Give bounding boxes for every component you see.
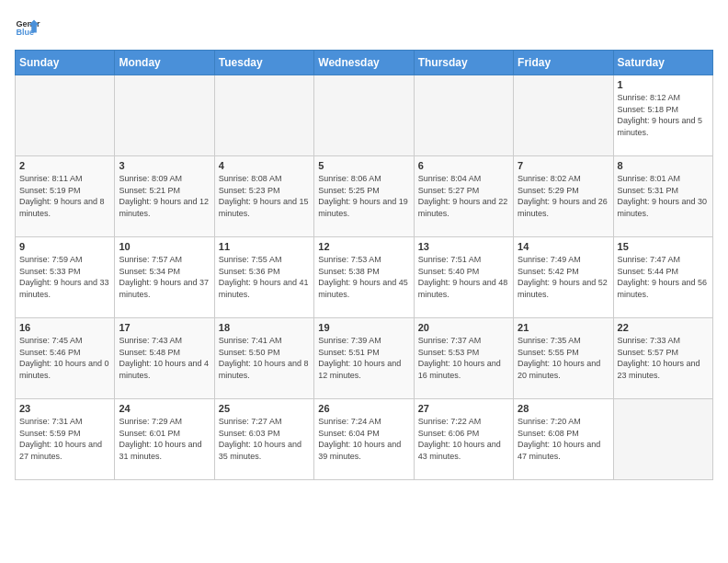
day-info: Sunrise: 7:24 AM Sunset: 6:04 PM Dayligh… [318,416,409,462]
day-info: Sunrise: 7:39 AM Sunset: 5:51 PM Dayligh… [318,335,409,381]
calendar-cell: 8Sunrise: 8:01 AM Sunset: 5:31 PM Daylig… [613,156,712,237]
day-info: Sunrise: 7:47 AM Sunset: 5:44 PM Dayligh… [618,254,709,300]
calendar-cell: 26Sunrise: 7:24 AM Sunset: 6:04 PM Dayli… [314,399,414,480]
calendar-cell: 17Sunrise: 7:43 AM Sunset: 5:48 PM Dayli… [115,318,214,399]
calendar-cell: 7Sunrise: 8:02 AM Sunset: 5:29 PM Daylig… [514,156,613,237]
calendar-cell [314,75,414,156]
week-row-3: 9Sunrise: 7:59 AM Sunset: 5:33 PM Daylig… [16,237,713,318]
day-number: 13 [418,241,509,252]
day-number: 6 [418,160,509,171]
day-info: Sunrise: 7:43 AM Sunset: 5:48 PM Dayligh… [119,335,210,381]
day-info: Sunrise: 7:57 AM Sunset: 5:34 PM Dayligh… [119,254,210,300]
day-number: 20 [418,322,509,333]
calendar-cell: 12Sunrise: 7:53 AM Sunset: 5:38 PM Dayli… [314,237,414,318]
calendar-cell [214,75,313,156]
day-info: Sunrise: 7:27 AM Sunset: 6:03 PM Dayligh… [219,416,310,462]
day-number: 14 [518,241,609,252]
calendar-cell: 21Sunrise: 7:35 AM Sunset: 5:55 PM Dayli… [514,318,613,399]
calendar-cell: 6Sunrise: 8:04 AM Sunset: 5:27 PM Daylig… [414,156,513,237]
day-info: Sunrise: 7:49 AM Sunset: 5:42 PM Dayligh… [518,254,609,300]
calendar-cell: 24Sunrise: 7:29 AM Sunset: 6:01 PM Dayli… [115,399,214,480]
week-row-1: 1Sunrise: 8:12 AM Sunset: 5:18 PM Daylig… [16,75,713,156]
day-info: Sunrise: 7:20 AM Sunset: 6:08 PM Dayligh… [518,416,609,462]
week-row-2: 2Sunrise: 8:11 AM Sunset: 5:19 PM Daylig… [16,156,713,237]
day-number: 10 [119,241,210,252]
day-number: 1 [618,79,709,90]
week-row-4: 16Sunrise: 7:45 AM Sunset: 5:46 PM Dayli… [16,318,713,399]
day-number: 16 [19,322,110,333]
day-info: Sunrise: 7:31 AM Sunset: 5:59 PM Dayligh… [19,416,110,462]
day-number: 18 [219,322,310,333]
weekday-header-tuesday: Tuesday [214,51,313,75]
day-info: Sunrise: 8:02 AM Sunset: 5:29 PM Dayligh… [518,173,609,219]
weekday-header-row: SundayMondayTuesdayWednesdayThursdayFrid… [16,51,713,75]
day-number: 3 [119,160,210,171]
day-number: 19 [318,322,409,333]
calendar-cell: 15Sunrise: 7:47 AM Sunset: 5:44 PM Dayli… [613,237,712,318]
day-info: Sunrise: 7:37 AM Sunset: 5:53 PM Dayligh… [418,335,509,381]
day-info: Sunrise: 8:09 AM Sunset: 5:21 PM Dayligh… [119,173,210,219]
calendar-cell [414,75,513,156]
calendar-cell: 18Sunrise: 7:41 AM Sunset: 5:50 PM Dayli… [214,318,313,399]
day-info: Sunrise: 7:55 AM Sunset: 5:36 PM Dayligh… [219,254,310,300]
day-number: 15 [618,241,709,252]
weekday-header-sunday: Sunday [16,51,115,75]
calendar-cell [514,75,613,156]
day-info: Sunrise: 7:45 AM Sunset: 5:46 PM Dayligh… [19,335,110,381]
day-info: Sunrise: 7:22 AM Sunset: 6:06 PM Dayligh… [418,416,509,462]
calendar-cell: 4Sunrise: 8:08 AM Sunset: 5:23 PM Daylig… [214,156,313,237]
calendar-cell [115,75,214,156]
calendar-cell: 10Sunrise: 7:57 AM Sunset: 5:34 PM Dayli… [115,237,214,318]
weekday-header-monday: Monday [115,51,214,75]
svg-text:Blue: Blue [16,28,34,37]
calendar-cell [16,75,115,156]
calendar-cell: 11Sunrise: 7:55 AM Sunset: 5:36 PM Dayli… [214,237,313,318]
calendar-table: SundayMondayTuesdayWednesdayThursdayFrid… [15,50,713,480]
calendar-cell: 14Sunrise: 7:49 AM Sunset: 5:42 PM Dayli… [514,237,613,318]
day-number: 9 [19,241,110,252]
day-number: 5 [318,160,409,171]
day-info: Sunrise: 8:12 AM Sunset: 5:18 PM Dayligh… [618,92,709,138]
day-number: 28 [518,403,609,414]
day-number: 12 [318,241,409,252]
calendar-cell: 1Sunrise: 8:12 AM Sunset: 5:18 PM Daylig… [613,75,712,156]
calendar-cell: 16Sunrise: 7:45 AM Sunset: 5:46 PM Dayli… [16,318,115,399]
calendar-cell: 27Sunrise: 7:22 AM Sunset: 6:06 PM Dayli… [414,399,513,480]
calendar-cell: 3Sunrise: 8:09 AM Sunset: 5:21 PM Daylig… [115,156,214,237]
day-info: Sunrise: 7:59 AM Sunset: 5:33 PM Dayligh… [19,254,110,300]
day-info: Sunrise: 7:41 AM Sunset: 5:50 PM Dayligh… [219,335,310,381]
calendar-cell [613,399,712,480]
calendar-cell: 2Sunrise: 8:11 AM Sunset: 5:19 PM Daylig… [16,156,115,237]
calendar-cell: 9Sunrise: 7:59 AM Sunset: 5:33 PM Daylig… [16,237,115,318]
day-number: 4 [219,160,310,171]
week-row-5: 23Sunrise: 7:31 AM Sunset: 5:59 PM Dayli… [16,399,713,480]
day-info: Sunrise: 7:51 AM Sunset: 5:40 PM Dayligh… [418,254,509,300]
day-number: 8 [618,160,709,171]
calendar-cell: 28Sunrise: 7:20 AM Sunset: 6:08 PM Dayli… [514,399,613,480]
weekday-header-friday: Friday [514,51,613,75]
calendar-cell: 19Sunrise: 7:39 AM Sunset: 5:51 PM Dayli… [314,318,414,399]
calendar-cell: 13Sunrise: 7:51 AM Sunset: 5:40 PM Dayli… [414,237,513,318]
logo: General Blue [15,15,48,40]
day-info: Sunrise: 8:11 AM Sunset: 5:19 PM Dayligh… [19,173,110,219]
calendar-cell: 20Sunrise: 7:37 AM Sunset: 5:53 PM Dayli… [414,318,513,399]
day-info: Sunrise: 8:06 AM Sunset: 5:25 PM Dayligh… [318,173,409,219]
day-number: 25 [219,403,310,414]
day-number: 21 [518,322,609,333]
day-number: 11 [219,241,310,252]
day-number: 2 [19,160,110,171]
header: General Blue [15,15,713,40]
day-info: Sunrise: 7:35 AM Sunset: 5:55 PM Dayligh… [518,335,609,381]
day-info: Sunrise: 7:29 AM Sunset: 6:01 PM Dayligh… [119,416,210,462]
weekday-header-thursday: Thursday [414,51,513,75]
weekday-header-saturday: Saturday [613,51,712,75]
weekday-header-wednesday: Wednesday [314,51,414,75]
day-info: Sunrise: 7:53 AM Sunset: 5:38 PM Dayligh… [318,254,409,300]
day-number: 27 [418,403,509,414]
day-info: Sunrise: 7:33 AM Sunset: 5:57 PM Dayligh… [618,335,709,381]
day-number: 23 [19,403,110,414]
day-number: 22 [618,322,709,333]
day-number: 17 [119,322,210,333]
day-info: Sunrise: 8:08 AM Sunset: 5:23 PM Dayligh… [219,173,310,219]
day-info: Sunrise: 8:04 AM Sunset: 5:27 PM Dayligh… [418,173,509,219]
